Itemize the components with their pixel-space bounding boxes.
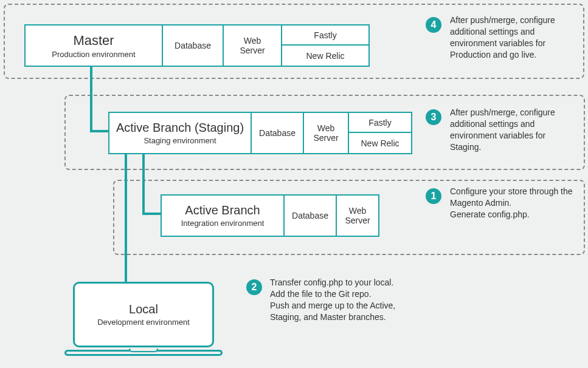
connector-horz-2 xyxy=(142,213,161,215)
connector-vert-1 xyxy=(90,67,92,132)
env-staging-subtitle: Staging environment xyxy=(144,136,216,145)
laptop-notch xyxy=(129,349,158,352)
badge-3: 3 xyxy=(426,109,441,125)
connector-vert-3 xyxy=(125,154,127,282)
env-integration-subtitle: Integration environment xyxy=(181,219,265,228)
env-master-db: Database xyxy=(162,26,223,66)
note-1: Configure your store through the Magento… xyxy=(450,186,579,220)
badge-2: 2 xyxy=(246,279,262,295)
connector-horz-1 xyxy=(90,130,108,132)
env-staging-title: Active Branch (Staging) xyxy=(116,121,244,135)
env-integration-db: Database xyxy=(283,196,336,236)
env-master-fastly: Fastly xyxy=(282,26,368,46)
env-master-subtitle: Production environment xyxy=(52,50,135,59)
env-master-title: Master xyxy=(73,33,114,49)
note-2: Transfer config.php to your local. Add t… xyxy=(270,277,428,323)
diagram-canvas: Master Production environment Database W… xyxy=(0,0,588,368)
local-subtitle: Development environment xyxy=(97,318,190,327)
env-staging-db: Database xyxy=(251,113,303,153)
env-staging-web: Web Server xyxy=(303,113,348,153)
env-master: Master Production environment Database W… xyxy=(24,24,370,67)
local-title: Local xyxy=(129,302,158,316)
badge-4: 4 xyxy=(426,17,441,33)
env-master-newrelic: New Relic xyxy=(282,46,368,66)
env-integration-web: Web Server xyxy=(336,196,378,236)
env-integration-title: Active Branch xyxy=(185,203,260,217)
note-3: After push/merge, configure additional s… xyxy=(450,107,579,153)
laptop-screen: Local Development environment xyxy=(73,282,214,347)
env-master-web: Web Server xyxy=(223,26,281,66)
connector-vert-2 xyxy=(142,154,145,215)
env-staging-fastly: Fastly xyxy=(349,113,411,133)
note-4: After push/merge, configure additional s… xyxy=(450,15,579,61)
env-integration: Active Branch Integration environment Da… xyxy=(161,194,379,237)
badge-1: 1 xyxy=(426,188,441,204)
env-staging-newrelic: New Relic xyxy=(349,133,411,153)
env-staging: Active Branch (Staging) Staging environm… xyxy=(108,112,412,154)
